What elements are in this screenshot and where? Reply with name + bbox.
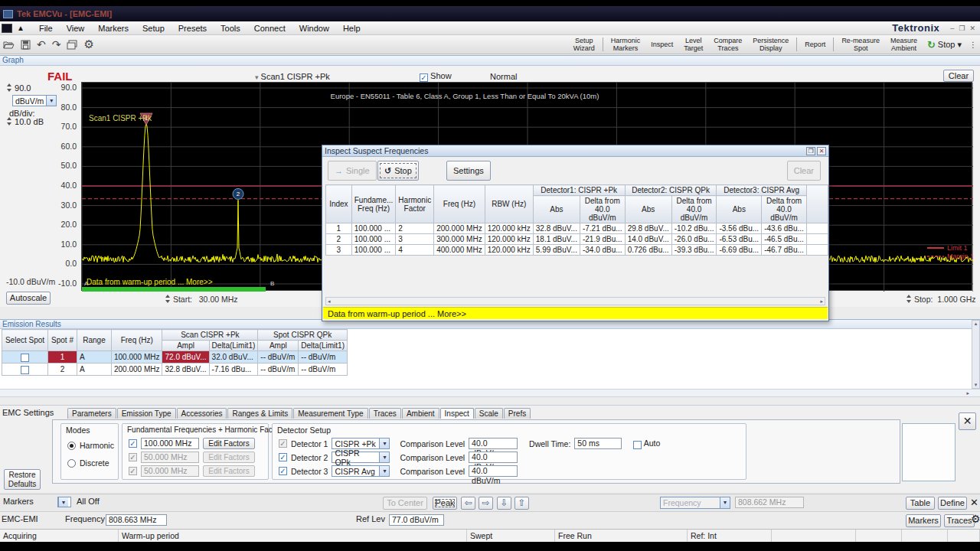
comparison-level-field[interactable]: 40.0 dBuV/m — [469, 438, 518, 449]
suspect-table[interactable]: IndexFundame... Freq (Hz)Harmonic Factor… — [325, 184, 828, 256]
warmup-warning-bar[interactable]: Data from warm-up period ... More>> — [323, 307, 828, 319]
menu-setup[interactable]: Setup — [136, 22, 172, 34]
emc-settings-close-button[interactable]: ✕ — [959, 412, 976, 430]
tab-parameters[interactable]: Parameters — [67, 408, 116, 419]
emission-table[interactable]: Select SpotSpot #RangeFreq (Hz)Scan CISP… — [2, 329, 348, 376]
undo-icon[interactable]: ↶ — [37, 39, 46, 50]
document-icon[interactable] — [2, 24, 12, 33]
tab-inspect[interactable]: Inspect — [440, 408, 474, 419]
menu-markers[interactable]: Markers — [91, 22, 136, 34]
redo-icon[interactable]: ↷ — [52, 39, 61, 50]
start-frequency-control[interactable]: Start: 30.00 MHz — [165, 295, 238, 304]
tab-measurement-type[interactable]: Measurement Type — [293, 408, 368, 419]
menu-presets[interactable]: Presets — [172, 22, 214, 34]
toolbar-button-setup-wizard[interactable]: SetupWizard — [568, 35, 600, 54]
checkbox-icon[interactable]: ✓ — [129, 467, 137, 475]
emission-row[interactable]: ✓1A100.000 MHz72.0 dBuV...32.0 dBuV...--… — [2, 351, 348, 364]
close-icon[interactable]: ✕ — [969, 24, 975, 32]
dialog-horizontal-scrollbar[interactable]: ◂ ▸ — [325, 297, 825, 305]
stop-frequency-control[interactable]: Stop: 1.000 GHz — [906, 295, 976, 304]
tab-traces[interactable]: Traces — [369, 408, 401, 419]
fundamental-frequency-field[interactable]: 50.000 MHz — [141, 465, 199, 477]
spinner-icon[interactable] — [6, 117, 12, 126]
peak-down-button[interactable]: ⇩ — [497, 497, 511, 510]
dialog-close-icon[interactable]: ✕ — [817, 147, 826, 155]
vertical-scrollbar[interactable]: ▴▾ — [972, 320, 980, 389]
scroll-right-icon[interactable]: ▸ — [820, 298, 823, 305]
trace-selector[interactable]: ▾ Scan1 CISPR +Pk — [255, 72, 330, 81]
markers-combobox[interactable]: ▾ — [57, 497, 71, 507]
suspect-row[interactable]: 1100.000 ...2200.000 MHz120.000 kHz32.8 … — [326, 223, 828, 234]
edit-factors-button[interactable]: Edit Factors — [203, 465, 255, 477]
single-button[interactable]: → Single — [328, 161, 377, 181]
markers-close-icon[interactable]: ✕ — [970, 497, 978, 508]
clear-button[interactable]: Clear — [943, 70, 974, 82]
detector-type-combobox[interactable]: CISPR QPk▾ — [332, 452, 390, 463]
traces-panel-button[interactable]: Traces — [944, 514, 975, 527]
child-window-controls[interactable]: – ❐ ✕ — [950, 24, 975, 32]
spinner-icon[interactable] — [6, 83, 12, 92]
menu-file[interactable]: File — [32, 22, 60, 34]
open-folder-icon[interactable] — [3, 40, 15, 50]
suspect-row[interactable]: 3100.000 ...4400.000 MHz120.000 kHz5.99 … — [326, 245, 828, 256]
stop-button[interactable]: ↺ Stop — [377, 161, 419, 181]
edit-factors-button[interactable]: Edit Factors — [203, 438, 255, 449]
menu-view[interactable]: View — [60, 22, 92, 34]
emission-row[interactable]: ✓2A200.000 MHz32.8 dBuV...-7.16 dBu...--… — [2, 364, 348, 376]
scroll-left-icon[interactable]: ◂ — [328, 298, 331, 305]
tab-accessories[interactable]: Accessories — [177, 408, 227, 419]
marker-readout-combobox[interactable]: Frequency ▾ — [660, 497, 730, 509]
frequency-field[interactable]: 808.663 MHz — [106, 514, 167, 526]
menu-connect[interactable]: Connect — [247, 22, 292, 34]
table-button[interactable]: Table — [906, 497, 935, 510]
save-icon[interactable] — [21, 40, 31, 50]
checkbox-icon[interactable]: ✓ — [129, 453, 137, 461]
scroll-down-icon[interactable]: ▾ — [972, 382, 979, 388]
copy-window-icon[interactable] — [67, 40, 77, 50]
tab-ambient[interactable]: Ambient — [402, 408, 439, 419]
toolbar-button-re-measure-spot[interactable]: Re-measureSpot — [836, 35, 885, 54]
spinner-icon[interactable] — [165, 295, 171, 303]
suspect-row[interactable]: 2100.000 ...3300.000 MHz120.000 kHz18.1 … — [326, 234, 828, 245]
tab-scale[interactable]: Scale — [475, 408, 503, 419]
to-center-button[interactable]: To Center — [383, 497, 427, 510]
mode-option-discrete[interactable]: Discrete — [67, 458, 109, 468]
minimize-icon[interactable]: – — [950, 24, 954, 32]
checkbox-icon[interactable]: ✓ — [279, 467, 287, 475]
toolbar-button-persistence-display[interactable]: PersistenceDisplay — [747, 35, 794, 54]
dialog-clear-button[interactable]: Clear — [787, 161, 821, 181]
fundamental-frequency-field[interactable]: 100.000 MHz — [141, 438, 199, 449]
edit-factors-button[interactable]: Edit Factors — [203, 452, 255, 463]
horizontal-scrollbar[interactable]: ▸ — [0, 389, 980, 397]
comparison-level-field[interactable]: 40.0 dBuV/m — [469, 465, 518, 477]
scroll-right-icon[interactable]: ▸ — [966, 390, 969, 396]
markers-panel-button[interactable]: Markers — [906, 514, 941, 527]
gear-icon[interactable]: ⚙ — [83, 39, 93, 50]
toolbar-overflow-icon[interactable]: ⋮ — [969, 43, 977, 47]
stop-acquisition-button[interactable]: ↻Stop▾ — [923, 39, 966, 51]
gear-icon[interactable]: ⚙ — [971, 513, 980, 525]
tab-prefs[interactable]: Prefs — [504, 408, 531, 419]
select-spot-checkbox[interactable]: ✓ — [21, 354, 29, 362]
ref-level-field[interactable]: 77.0 dBuV/m — [389, 514, 444, 526]
menu-help[interactable]: Help — [336, 22, 368, 34]
toolbar-button-compare-traces[interactable]: CompareTraces — [708, 35, 747, 54]
auto-checkbox[interactable]: ✓ Auto — [633, 439, 660, 449]
checkbox-icon[interactable]: ✓ — [279, 439, 287, 448]
scroll-up-icon[interactable]: ▴ — [972, 321, 979, 327]
toolbar-button-report[interactable]: Report — [799, 35, 831, 54]
checkbox-icon[interactable]: ✓ — [279, 453, 287, 461]
settings-button[interactable]: Settings — [446, 161, 491, 181]
spinner-icon[interactable] — [906, 295, 912, 303]
toolbar-button-inspect[interactable]: Inspect — [645, 35, 678, 54]
ref-level-control[interactable]: 90.0 — [6, 83, 31, 93]
mode-option-harmonic[interactable]: Harmonic — [67, 441, 114, 450]
restore-defaults-button[interactable]: Restore Defaults — [4, 469, 41, 490]
tab-ranges-limits[interactable]: Ranges & Limits — [227, 408, 292, 419]
eject-icon[interactable]: ▲ — [17, 24, 24, 32]
toolbar-button-harmonic-markers[interactable]: HarmonicMarkers — [606, 35, 646, 54]
menu-tools[interactable]: Tools — [214, 22, 247, 34]
select-spot-checkbox[interactable]: ✓ — [21, 366, 29, 374]
tab-emission-type[interactable]: Emission Type — [117, 408, 176, 419]
fundamental-frequency-field[interactable]: 50.000 MHz — [141, 452, 199, 463]
